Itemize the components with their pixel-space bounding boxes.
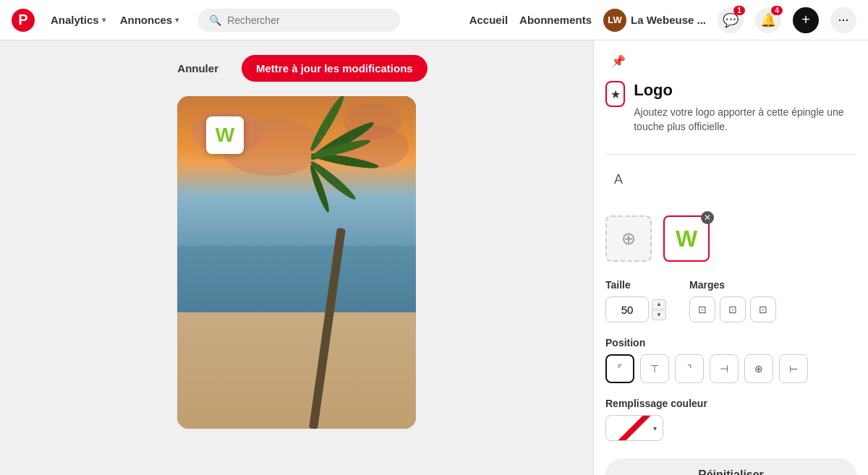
text-tab-icon[interactable]: A [605,166,631,192]
reset-button[interactable]: Réinitialiser [605,458,856,475]
analytics-chevron-icon: ▾ [102,16,106,24]
navbar: P Analytics ▾ Annonces ▾ 🔍 Accueil Abonn… [0,0,868,40]
pinterest-logo[interactable]: P [12,9,35,32]
logo-tab-selected[interactable]: ★ [605,81,625,107]
position-top-right-button[interactable]: ⌝ [675,354,704,383]
annonces-menu[interactable]: Annonces ▾ [113,8,187,32]
position-grid: ⌜ ⊤ ⌝ ⊣ ⊕ ⊢ [605,354,856,383]
text-layer-row: A [594,166,868,204]
fill-section: Remplissage couleur ▾ [605,398,856,441]
size-up-button[interactable]: ▲ [652,299,666,309]
logo-overlay-on-pin: W [206,116,244,154]
sand [177,312,416,429]
logo-remove-button[interactable]: ✕ [701,211,714,224]
logo-add-row: ➡ ⊕ W ✕ [605,215,856,262]
margin-large-button[interactable]: ⊡ [750,296,776,322]
search-icon: 🔍 [209,14,221,26]
marges-label: Marges [689,279,776,291]
plus-icon: + [801,12,810,28]
fill-color-swatch[interactable]: ▾ [605,415,663,441]
section-desc: Ajoutez votre logo apporter à cette épin… [634,106,856,134]
position-center-button[interactable]: ⊕ [744,354,773,383]
position-middle-left-button[interactable]: ⊣ [710,354,739,383]
search-bar[interactable]: 🔍 [197,9,400,32]
margin-small-button[interactable]: ⊡ [689,296,715,322]
position-label: Position [605,337,856,348]
pin-tab-icon[interactable]: 📌 [605,48,631,74]
fill-dropdown-icon: ▾ [653,424,657,432]
logo-w-icon: W [216,124,234,147]
size-group: Taille ▲ ▼ [605,279,666,322]
position-arrow-wrapper: ➡ ⌜ ⊤ ⌝ ⊣ ⊕ ⊢ [605,354,856,383]
notifications-badge: 4 [771,6,783,15]
size-input[interactable] [605,296,649,322]
size-arrows: ▲ ▼ [652,299,666,320]
analytics-menu[interactable]: Analytics ▾ [43,8,113,32]
messages-badge: 1 [733,6,745,15]
analytics-label: Analytics [51,14,99,26]
user-profile[interactable]: LW La Webeuse ... [603,9,706,32]
sidebar-tabs: 📌 [594,40,868,81]
size-down-button[interactable]: ▼ [652,310,666,320]
avatar: LW [603,9,626,32]
canvas-area: Annuler Mettre à jour les modifications … [0,40,593,475]
search-input[interactable] [227,14,388,26]
canvas-toolbar: Annuler Mettre à jour les modifications [166,55,427,82]
position-top-left-button[interactable]: ⌜ [605,354,634,383]
fill-label: Remplissage couleur [605,398,856,409]
navbar-right: Accueil Abonnements LW La Webeuse ... 💬 … [469,7,856,33]
logo-preview-w-icon: W [676,226,697,252]
logo-preview-box[interactable]: W ✕ [663,215,710,262]
logo-box-on-pin: W [206,116,244,154]
logo-section-header: ★ Logo Ajoutez votre logo apporter à cet… [594,81,868,154]
position-top-center-button[interactable]: ⊤ [640,354,669,383]
palm-leaves [268,111,383,197]
more-icon: ··· [838,12,848,27]
star-icon: ★ [610,87,621,101]
logo-add-button[interactable]: ⊕ [605,215,652,262]
pin-preview-image: W [177,96,416,429]
abonnements-link[interactable]: Abonnements [519,14,592,26]
more-options-button[interactable]: ··· [830,7,856,33]
messages-button[interactable]: 💬 1 [718,7,744,33]
annonces-label: Annonces [120,14,173,26]
section-title: Logo [634,81,856,100]
cancel-button[interactable]: Annuler [166,56,230,80]
add-button[interactable]: + [793,7,819,33]
fill-color-row: ▾ [605,415,856,441]
size-label: Taille [605,279,666,291]
logo-description: Logo Ajoutez votre logo apporter à cette… [634,81,856,145]
size-marges-row: Taille ▲ ▼ Marges ⊡ ⊡ ⊡ [605,279,856,322]
sidebar: 📌 ★ Logo Ajoutez votre logo apporter à c… [593,40,868,475]
annonces-chevron-icon: ▾ [175,16,179,24]
pin-canvas: ➡ [177,96,416,429]
position-section: Position ➡ ⌜ ⊤ ⌝ ⊣ ⊕ ⊢ [605,337,856,383]
size-input-row: ▲ ▼ [605,296,666,322]
margin-medium-button[interactable]: ⊡ [720,296,746,322]
main-area: Annuler Mettre à jour les modifications … [0,40,868,475]
update-button[interactable]: Mettre à jour les modifications [242,55,427,82]
notifications-button[interactable]: 🔔 4 [755,7,781,33]
margin-buttons: ⊡ ⊡ ⊡ [689,296,776,322]
position-middle-right-button[interactable]: ⊢ [779,354,808,383]
username-label: La Webeuse ... [631,14,706,26]
sidebar-content: ➡ ⊕ W ✕ Taille ▲ ▼ [594,204,868,475]
accueil-link[interactable]: Accueil [469,14,508,26]
plus-circle-icon: ⊕ [621,228,636,249]
marges-group: Marges ⊡ ⊡ ⊡ [689,279,776,322]
